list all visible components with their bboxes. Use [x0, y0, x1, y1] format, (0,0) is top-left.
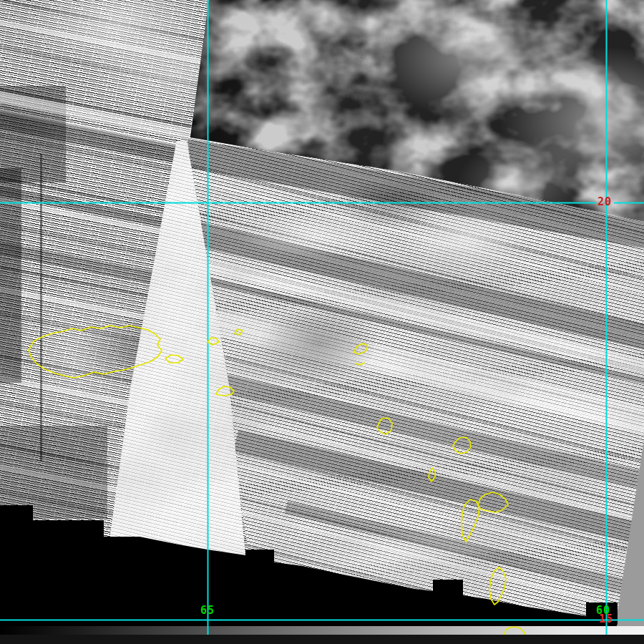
status-bar: 1 0001 NOAA-15 1 3 OCT 23276 114614 0744…	[0, 635, 644, 644]
lat-label-20n: 20	[595, 197, 615, 207]
graticule-coastline-overlay	[0, 0, 644, 644]
satellite-image-viewport[interactable]: 20 65 60 15 1 0001 NOAA-15 1 3 OCT 23276…	[0, 0, 644, 644]
enhancement-gray-bar	[0, 626, 644, 635]
lon-label-65w: 65	[197, 606, 218, 615]
lat-label-15n: 15	[596, 615, 616, 624]
